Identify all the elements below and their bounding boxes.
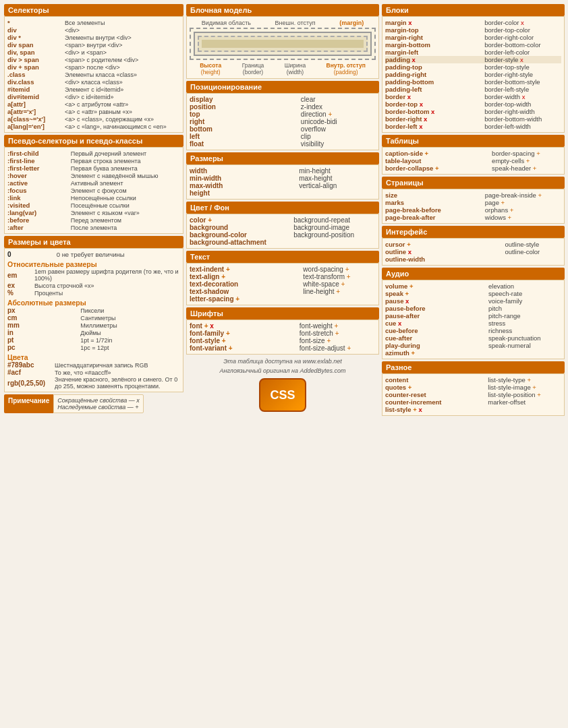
table-row: backgroundbackground-image (190, 224, 376, 231)
table-row: div + span<span> после <div> (7, 63, 180, 71)
description: Элемент с фокусом (71, 187, 180, 194)
fonts-body: font + xfont-weight + font-family +font-… (186, 320, 379, 355)
description: Первая строка элемента (71, 157, 180, 164)
padding-label: Внутр. отступ (326, 62, 366, 69)
property: background-color (190, 231, 293, 239)
description: Пиксели (80, 307, 180, 314)
blocks-title: Блоки (382, 4, 565, 16)
description: Высота строчной «x» (34, 282, 180, 289)
value: elevation (488, 282, 561, 290)
table-row: rightunicode-bidi (190, 118, 376, 125)
positioning-title: Позиционирование (186, 81, 379, 93)
box-content (202, 40, 364, 48)
value: % (7, 289, 34, 297)
value: 0 (7, 251, 57, 258)
table-row: :first-letterПервая буква элемента (7, 164, 180, 172)
property: list-style + x (385, 406, 488, 413)
width-label-group: Ширина (width) (285, 62, 306, 75)
selector: :first-letter (7, 164, 71, 172)
value: em (7, 268, 34, 282)
footer-line-2: Англоязычный оригинал на AddedBytes.com (186, 366, 379, 375)
description: Сантиметры (80, 314, 180, 322)
colors-table: #789abcШестнадцатиричная запись RGB #acf… (7, 361, 180, 390)
description: Шестнадцатиричная запись RGB (55, 361, 180, 369)
value: cm (7, 314, 80, 322)
property: margin-right (385, 34, 484, 41)
property: outline-width (385, 255, 505, 263)
table-row: :hoverЭлемент с наведённой мышью (7, 172, 180, 179)
table-row: pc1pc = 12pt (7, 344, 180, 351)
table-row: div#itemid<div> c id«itemid» (7, 93, 180, 100)
table-row: volume +elevation (385, 282, 561, 290)
selector: :focus (7, 187, 71, 194)
table-row: margin-bottomborder-bottom-color (385, 41, 561, 49)
description: Элемент с наведённой мышью (71, 172, 180, 179)
interface-table: cursor +outline-style outline xoutline-c… (385, 241, 561, 263)
value: overflow (301, 125, 376, 133)
table-row: cue-beforerichness (385, 327, 561, 334)
description: <a> с «class», содержащим «x» (65, 115, 180, 123)
tables-table: caption-side +border-spacing + table-lay… (385, 150, 561, 172)
pseudo-body: :first-childПервый дочерний элемент :fir… (4, 147, 183, 234)
table-row: topdirection + (190, 111, 376, 118)
table-row: letter-spacing + (190, 295, 376, 303)
sizes-colors-section: Размеры и цвета 0 0 не требует величины … (4, 236, 183, 392)
box-header: Видимая область Внешн. отступ (margin) (190, 20, 376, 26)
table-row: .classЭлементы класса «class» (7, 71, 180, 78)
property: font + x (190, 322, 300, 330)
table-row: page-break-beforeorphans + (385, 206, 561, 214)
sizes-section: Размеры widthmin-height min-widthmax-hei… (186, 152, 379, 200)
table-row: pt1pt = 1/72in (7, 336, 180, 344)
pages-table: sizepage-break-inside + markspage + page… (385, 191, 561, 221)
value: pitch-range (488, 312, 561, 320)
value: rgb(0,25,50) (7, 376, 55, 390)
selector: :visited (7, 202, 71, 209)
selectors-title: Селекторы (4, 4, 183, 16)
value: visibility (301, 140, 376, 148)
value: orphans + (485, 206, 561, 214)
selector: div.class (7, 78, 65, 86)
padding-label-group: Внутр. отступ (padding) (326, 62, 366, 75)
property: cue x (385, 320, 488, 327)
interface-section: Интерфейс cursor +outline-style outline … (382, 226, 565, 266)
positioning-body: displayclear positionz-index topdirectio… (186, 93, 379, 150)
value: vertical-align (299, 182, 376, 189)
blocks-body: margin xborder-color x margin-topborder-… (382, 16, 565, 133)
block-model-title: Блочная модель (186, 4, 379, 16)
table-row: text-decorationwhite-space + (190, 280, 376, 288)
table-row: pause xvoice-family (385, 297, 561, 305)
table-row: margin-leftborder-left-color (385, 49, 561, 56)
property: pause x (385, 297, 488, 305)
table-row: pxПиксели (7, 307, 180, 314)
table-row: :lang(var)Элемент с языком «var» (7, 209, 180, 216)
note-line-1: Сокращённые свойства — x (57, 397, 139, 404)
selector: div#itemid (7, 93, 65, 100)
text-body: text-indent +word-spacing + text-align +… (186, 263, 379, 305)
value (488, 349, 561, 357)
property: font-variant + (190, 344, 300, 352)
audio-title: Аудио (382, 268, 565, 280)
description: <span> внутри <div> (65, 41, 180, 49)
selector: div * (7, 34, 65, 41)
table-row: a[attr='x']<a> с «attr» равным «x» (7, 108, 180, 115)
misc-table: contentlist-style-type + quotes +list-st… (385, 376, 561, 413)
table-row: border-left xborder-left-width (385, 123, 561, 130)
table-row: padding-rightborder-right-style (385, 71, 561, 78)
table-row: #789abcШестнадцатиричная запись RGB (7, 361, 180, 369)
description: <span> с родителем <div> (65, 56, 180, 63)
property: min-width (190, 175, 299, 182)
table-row: em1em равен размеру шрифта родителя (то … (7, 268, 180, 282)
description: 1em равен размеру шрифта родителя (то же… (34, 268, 180, 282)
table-row: div.class<div> класса «class» (7, 78, 180, 86)
description: Первый дочерний элемент (71, 150, 180, 157)
table-row: cmСантиметры (7, 314, 180, 322)
audio-body: volume +elevation speak +speech-rate pau… (382, 280, 565, 359)
property: content (385, 376, 488, 384)
property: font-family + (190, 330, 300, 337)
value: voice-family (488, 297, 561, 305)
value: direction + (301, 111, 376, 118)
value: #789abc (7, 361, 55, 369)
note-body: Сокращённые свойства — x Наследуемые сво… (53, 394, 143, 413)
property: margin-bottom (385, 41, 484, 49)
selector: :after (7, 224, 71, 231)
